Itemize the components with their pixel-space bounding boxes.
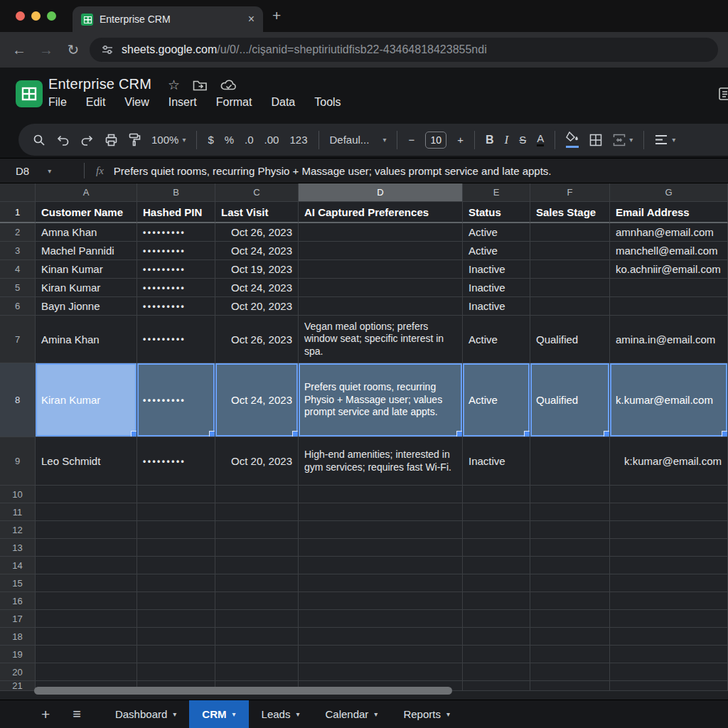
column-header-E[interactable]: E [463,183,530,202]
cell-E12[interactable] [463,521,530,539]
cell-G10[interactable] [610,486,728,503]
merge-cells-button[interactable]: ▾ [613,134,633,146]
cell-E18[interactable] [463,628,530,646]
cell-G19[interactable] [610,646,728,663]
cell-A2[interactable]: Amna Khan [36,223,137,242]
cell-G12[interactable] [610,521,728,539]
toolbar-search-icon[interactable] [33,134,46,146]
cell-D15[interactable] [299,574,463,592]
row-header-5[interactable]: 5 [0,279,36,297]
cell-A14[interactable] [36,557,137,574]
star-icon[interactable]: ☆ [168,77,180,93]
side-panel-icon[interactable] [719,87,728,101]
cell-E21[interactable] [463,681,530,691]
row-header-2[interactable]: 2 [0,223,36,242]
row-header-18[interactable]: 18 [0,628,36,646]
cell-G14[interactable] [610,557,728,574]
cell-E14[interactable] [463,557,530,574]
cell-A5[interactable]: Kiran Kumar [36,279,137,297]
cell-B4[interactable]: ••••••••• [137,260,215,279]
cell-D18[interactable] [299,628,463,646]
menu-edit[interactable]: Edit [86,96,106,109]
cell-F16[interactable] [530,592,610,610]
cell-C1[interactable]: Last Visit [215,202,299,223]
decrease-font-size-button[interactable]: − [408,134,414,146]
add-sheet-button[interactable]: + [41,706,50,723]
cell-C13[interactable] [215,539,299,557]
cell-C11[interactable] [215,503,299,521]
back-button[interactable]: ← [6,42,33,58]
cell-C9[interactable]: Oct 20, 2023 [215,437,299,486]
cell-B20[interactable] [137,663,215,681]
cell-D2[interactable] [299,223,463,242]
cell-A12[interactable] [36,521,137,539]
format-currency-button[interactable]: $ [208,134,213,146]
cell-C6[interactable]: Oct 20, 2023 [215,297,299,316]
cell-G20[interactable] [610,663,728,681]
menu-data[interactable]: Data [271,96,295,109]
row-header-20[interactable]: 20 [0,663,36,681]
format-percent-button[interactable]: % [225,134,234,146]
cell-F19[interactable] [530,646,610,663]
bold-button[interactable]: B [486,134,494,146]
all-sheets-icon[interactable]: ≡ [73,706,81,722]
new-tab-button[interactable]: + [272,7,281,24]
more-formats-button[interactable]: 123 [289,134,307,146]
row-header-7[interactable]: 7 [0,316,36,363]
cell-F2[interactable] [530,223,610,242]
print-icon[interactable] [105,134,118,146]
horizontal-align-button[interactable]: ▾ [655,134,675,145]
cell-G6[interactable] [610,297,728,316]
cell-B2[interactable]: ••••••••• [137,223,215,242]
cell-A6[interactable]: Bayn Jionne [36,297,137,316]
cell-F9[interactable] [530,437,610,486]
cell-F7[interactable]: Qualified [530,316,610,363]
row-header-8[interactable]: 8 [0,363,36,437]
column-header-A[interactable]: A [36,183,137,202]
fill-handle[interactable] [722,431,728,437]
cell-A19[interactable] [36,646,137,663]
cell-G8[interactable]: k.kumar@email.com [610,363,728,437]
cell-F14[interactable] [530,557,610,574]
cell-G2[interactable]: amnhan@email.com [610,223,728,242]
cell-G16[interactable] [610,592,728,610]
fill-handle[interactable] [604,431,610,437]
menu-tools[interactable]: Tools [314,96,341,109]
cell-B6[interactable]: ••••••••• [137,297,215,316]
row-header-19[interactable]: 19 [0,646,36,663]
cell-B15[interactable] [137,574,215,592]
move-folder-icon[interactable] [193,79,208,92]
cell-B3[interactable]: ••••••••• [137,242,215,260]
cell-D14[interactable] [299,557,463,574]
cell-A18[interactable] [36,628,137,646]
cell-B1[interactable]: Hashed PIN [137,202,215,223]
cell-E15[interactable] [463,574,530,592]
cell-C7[interactable]: Oct 26, 2023 [215,316,299,363]
cell-A3[interactable]: Machel Pannidi [36,242,137,260]
cell-C4[interactable]: Oct 19, 2023 [215,260,299,279]
row-header-10[interactable]: 10 [0,486,36,503]
cell-C15[interactable] [215,574,299,592]
tab-close-icon[interactable]: × [248,13,255,26]
font-select[interactable]: Defaul...▾ [330,134,387,146]
cell-B18[interactable] [137,628,215,646]
cell-F5[interactable] [530,279,610,297]
fill-handle[interactable] [209,431,215,437]
sheet-tab-calendar[interactable]: Calendar▾ [312,700,390,728]
cell-A8[interactable]: Kiran Kumar [36,363,137,437]
cell-D13[interactable] [299,539,463,557]
cell-A9[interactable]: Leo Schmidt [36,437,137,486]
sheet-tab-dashboard[interactable]: Dashboard▾ [102,700,189,728]
cell-A20[interactable] [36,663,137,681]
cell-E17[interactable] [463,610,530,628]
cell-F8[interactable]: Qualified [530,363,610,437]
decrease-decimal-button[interactable]: .0 [245,134,254,146]
column-header-D[interactable]: D [299,183,463,202]
cell-G5[interactable] [610,279,728,297]
cell-B11[interactable] [137,503,215,521]
cell-C19[interactable] [215,646,299,663]
cell-B7[interactable]: ••••••••• [137,316,215,363]
cell-B10[interactable] [137,486,215,503]
column-header-C[interactable]: C [215,183,299,202]
cell-B16[interactable] [137,592,215,610]
